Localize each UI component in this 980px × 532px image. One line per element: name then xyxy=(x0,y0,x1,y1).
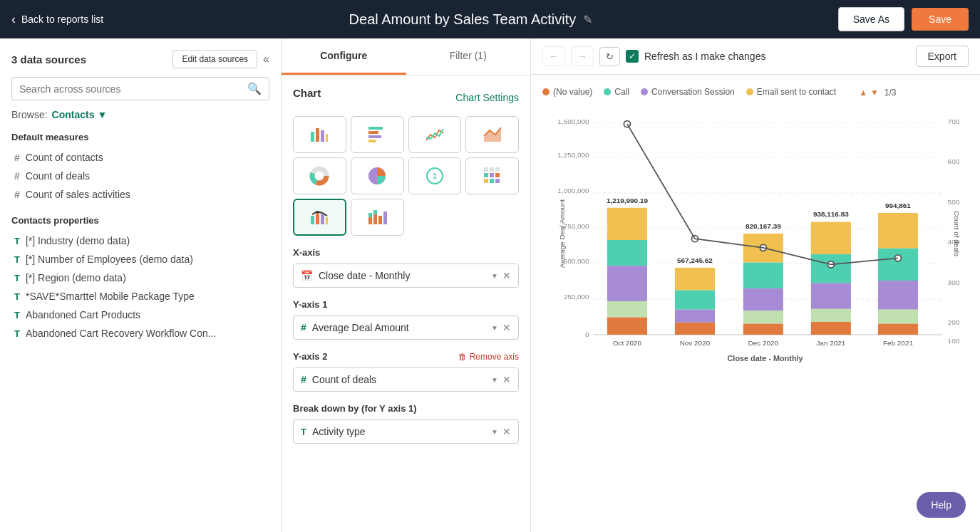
save-as-button[interactable]: Save As xyxy=(838,7,904,31)
legend-dot-no-value xyxy=(542,88,550,95)
clear-yaxis1-icon[interactable]: ✕ xyxy=(502,322,511,333)
collapse-sidebar-button[interactable]: « xyxy=(263,53,269,66)
donut-chart-icon xyxy=(309,166,329,186)
chart-type-bar[interactable] xyxy=(293,116,346,153)
clear-breakdown-icon[interactable]: ✕ xyxy=(502,426,511,437)
browse-select[interactable]: Contacts ▼ xyxy=(52,109,108,120)
chart-type-waterfall[interactable] xyxy=(351,199,404,236)
redo-button[interactable]: → xyxy=(571,46,594,66)
chart-type-grid[interactable] xyxy=(465,157,519,194)
chart-settings-link[interactable]: Chart Settings xyxy=(455,92,519,103)
bar-jan-teal xyxy=(811,254,851,283)
clear-xaxis-icon[interactable]: ✕ xyxy=(502,270,511,281)
chart-type-number[interactable]: 1 xyxy=(408,157,462,194)
chart-area: ← → ↻ ✓ Refresh as I make changes Export… xyxy=(531,38,980,532)
xaxis-select[interactable]: 📅 Close date - Monthly ▼ ✕ xyxy=(293,264,519,288)
export-button[interactable]: Export xyxy=(916,46,969,67)
svg-text:567,245.62: 567,245.62 xyxy=(677,256,713,264)
type-icon: T xyxy=(301,427,306,437)
edit-data-sources-button[interactable]: Edit data sources xyxy=(172,50,257,68)
svg-text:994,861: 994,861 xyxy=(885,202,911,209)
svg-rect-4 xyxy=(368,127,383,130)
chart-type-hbar[interactable] xyxy=(351,116,404,153)
svg-rect-22 xyxy=(484,179,488,183)
chevron-down-icon: ▼ xyxy=(491,428,498,436)
svg-rect-19 xyxy=(484,173,488,177)
save-button[interactable]: Save xyxy=(912,8,969,31)
chart-type-pie[interactable] xyxy=(351,157,404,194)
prop-type-icon: T xyxy=(14,291,20,302)
bar-jan-yellow xyxy=(811,222,851,254)
prop-type-icon: T xyxy=(14,328,20,339)
svg-rect-33 xyxy=(378,216,382,224)
prop-abandoned-cart[interactable]: T Abandoned Cart Products xyxy=(11,306,269,324)
breakdown-select[interactable]: T Activity type ▼ ✕ xyxy=(293,419,519,444)
chevron-down-icon: ▼ xyxy=(491,272,498,280)
edit-title-icon[interactable]: ✎ xyxy=(583,13,592,26)
yaxis2-select[interactable]: # Count of deals ▼ ✕ xyxy=(293,367,519,392)
remove-axis-label: Remove axis xyxy=(470,352,519,362)
legend-label-call: Call xyxy=(614,87,629,97)
measure-count-sales[interactable]: # Count of sales activities xyxy=(11,185,269,204)
bar-chart-icon xyxy=(309,125,329,145)
undo-button[interactable]: ← xyxy=(542,46,565,66)
svg-text:600: 600 xyxy=(948,157,960,165)
chart-type-area[interactable] xyxy=(465,116,519,153)
prop-region[interactable]: T [*] Region (demo data) xyxy=(11,268,269,287)
refresh-checkbox[interactable]: ✓ xyxy=(626,50,639,63)
chart-type-line[interactable] xyxy=(408,116,462,153)
prop-label: [*] Region (demo data) xyxy=(26,272,126,283)
measure-count-deals[interactable]: # Count of deals xyxy=(11,167,269,185)
svg-text:Close date - Monthly: Close date - Monthly xyxy=(728,354,803,363)
bar-feb-purple xyxy=(878,281,918,310)
back-navigation[interactable]: ‹ Back to reports list xyxy=(11,12,103,27)
svg-rect-17 xyxy=(490,167,494,172)
legend-conversation: Conversation Session xyxy=(641,87,735,97)
help-button[interactable]: Help xyxy=(917,492,966,518)
header-title-area: Deal Amount by Sales Team Activity ✎ xyxy=(103,11,838,28)
bar-dec-teal xyxy=(743,263,783,288)
refresh-button[interactable]: ↻ xyxy=(599,47,620,66)
svg-rect-16 xyxy=(484,167,488,172)
bar-oct-yellow xyxy=(607,208,647,240)
legend-label-conversation: Conversation Session xyxy=(651,87,735,97)
bar-feb-yellow xyxy=(878,213,918,249)
prop-abandoned-recovery[interactable]: T Abandoned Cart Recovery Workflow Con..… xyxy=(11,324,269,343)
search-input[interactable] xyxy=(19,83,247,95)
yaxis1-select[interactable]: # Average Deal Amount ▼ ✕ xyxy=(293,315,519,340)
combo-chart-icon xyxy=(309,207,329,227)
svg-rect-32 xyxy=(373,210,377,214)
svg-text:Oct 2020: Oct 2020 xyxy=(613,339,642,347)
chart-types-grid: 1 xyxy=(293,116,519,236)
chart-type-combo[interactable] xyxy=(293,199,346,236)
clear-yaxis2-icon[interactable]: ✕ xyxy=(502,374,511,385)
bar-oct-teal xyxy=(607,240,647,266)
tab-configure[interactable]: Configure xyxy=(282,38,406,75)
svg-rect-18 xyxy=(495,167,500,172)
prop-label: Abandoned Cart Products xyxy=(26,309,140,320)
remove-axis-button[interactable]: 🗑 Remove axis xyxy=(458,352,519,362)
pagination-controls: ▲ ▼ 1/3 xyxy=(859,86,896,98)
svg-text:Feb 2021: Feb 2021 xyxy=(883,339,913,347)
measure-count-contacts[interactable]: # Count of contacts xyxy=(11,148,269,167)
hash-icon: # xyxy=(301,374,306,385)
breakdown-section: Break down by (for Y axis 1) T Activity … xyxy=(293,403,519,444)
prop-employees[interactable]: T [*] Number of Employees (demo data) xyxy=(11,250,269,268)
config-content: Chart Chart Settings xyxy=(282,75,530,466)
chart-type-donut[interactable] xyxy=(293,157,346,194)
svg-rect-20 xyxy=(490,173,494,177)
chevron-down-icon: ▼ xyxy=(491,376,498,384)
svg-rect-30 xyxy=(368,213,372,217)
tab-row: Configure Filter (1) xyxy=(282,38,530,75)
yaxis1-label: Y-axis 1 xyxy=(293,299,519,310)
svg-text:1,219,990.19: 1,219,990.19 xyxy=(607,197,648,204)
prop-smarttel[interactable]: T *SAVE*Smarttel Mobile Package Type xyxy=(11,287,269,306)
tab-filter[interactable]: Filter (1) xyxy=(406,38,531,75)
refresh-label: Refresh as I make changes xyxy=(644,51,765,62)
prop-industry[interactable]: T [*] Industry (demo data) xyxy=(11,231,269,250)
xaxis-value: Close date - Monthly xyxy=(319,270,410,281)
line-chart-icon xyxy=(425,125,445,145)
svg-text:1,250,000: 1,250,000 xyxy=(557,151,589,159)
calendar-icon: 📅 xyxy=(301,270,313,281)
search-icon[interactable]: 🔍 xyxy=(247,82,262,95)
